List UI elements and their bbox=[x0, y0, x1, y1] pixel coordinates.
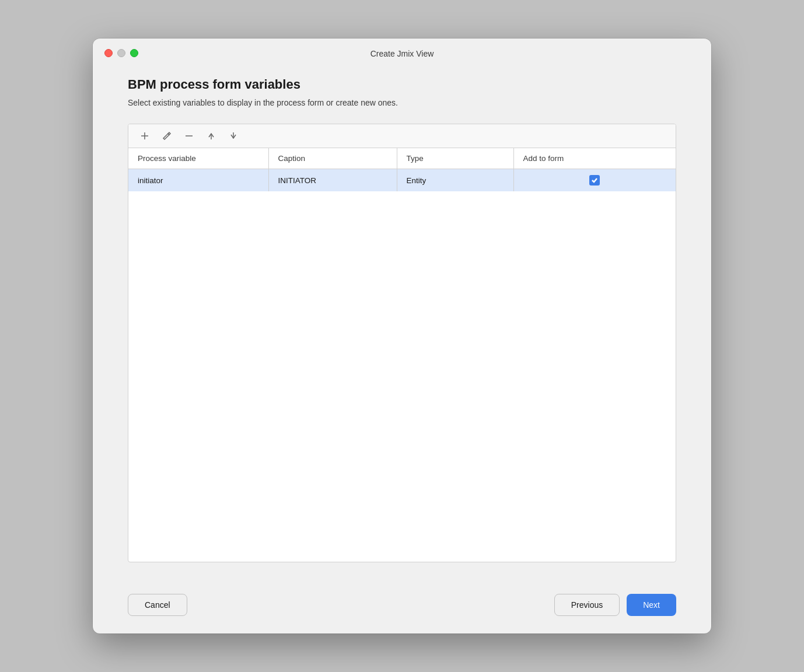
cell-process-variable: initiator bbox=[128, 169, 268, 192]
edit-row-button[interactable] bbox=[160, 130, 174, 142]
move-down-button[interactable] bbox=[226, 130, 240, 142]
previous-button[interactable]: Previous bbox=[554, 594, 620, 616]
arrow-up-icon bbox=[207, 131, 216, 141]
pencil-icon bbox=[162, 131, 172, 141]
minus-icon bbox=[184, 131, 194, 141]
add-to-form-checkbox[interactable] bbox=[589, 175, 600, 186]
window-title: Create Jmix View bbox=[370, 49, 434, 58]
col-header-process-variable: Process variable bbox=[128, 148, 268, 169]
cancel-button[interactable]: Cancel bbox=[128, 594, 187, 616]
col-header-add-to-form: Add to form bbox=[513, 148, 676, 169]
table-header: Process variable Caption Type Add to for… bbox=[128, 148, 676, 169]
close-button[interactable] bbox=[104, 49, 113, 57]
main-content: BPM process form variables Select existi… bbox=[93, 65, 711, 580]
traffic-lights bbox=[104, 49, 138, 57]
maximize-button[interactable] bbox=[130, 49, 138, 57]
arrow-down-icon bbox=[229, 131, 238, 141]
page-title: BPM process form variables bbox=[128, 77, 676, 92]
cell-caption: INITIATOR bbox=[268, 169, 397, 192]
col-header-type: Type bbox=[397, 148, 513, 169]
add-row-button[interactable] bbox=[138, 130, 152, 142]
minimize-button[interactable] bbox=[117, 49, 125, 57]
page-description: Select existing variables to display in … bbox=[128, 98, 676, 107]
table-container: Process variable Caption Type Add to for… bbox=[128, 124, 676, 562]
col-header-caption: Caption bbox=[268, 148, 397, 169]
variables-table: Process variable Caption Type Add to for… bbox=[128, 148, 676, 191]
plus-icon bbox=[140, 131, 149, 141]
next-button[interactable]: Next bbox=[627, 594, 676, 616]
table-toolbar bbox=[128, 124, 676, 148]
checkmark-icon bbox=[591, 177, 598, 184]
cell-add-to-form[interactable] bbox=[513, 169, 676, 192]
cell-type: Entity bbox=[397, 169, 513, 192]
table-body: initiator INITIATOR Entity bbox=[128, 169, 676, 192]
footer: Cancel Previous Next bbox=[93, 580, 711, 634]
move-up-button[interactable] bbox=[204, 130, 218, 142]
title-bar: Create Jmix View bbox=[93, 38, 711, 65]
remove-row-button[interactable] bbox=[182, 130, 196, 142]
footer-right: Previous Next bbox=[554, 594, 676, 616]
dialog-window: Create Jmix View BPM process form variab… bbox=[93, 38, 711, 634]
table-row[interactable]: initiator INITIATOR Entity bbox=[128, 169, 676, 192]
